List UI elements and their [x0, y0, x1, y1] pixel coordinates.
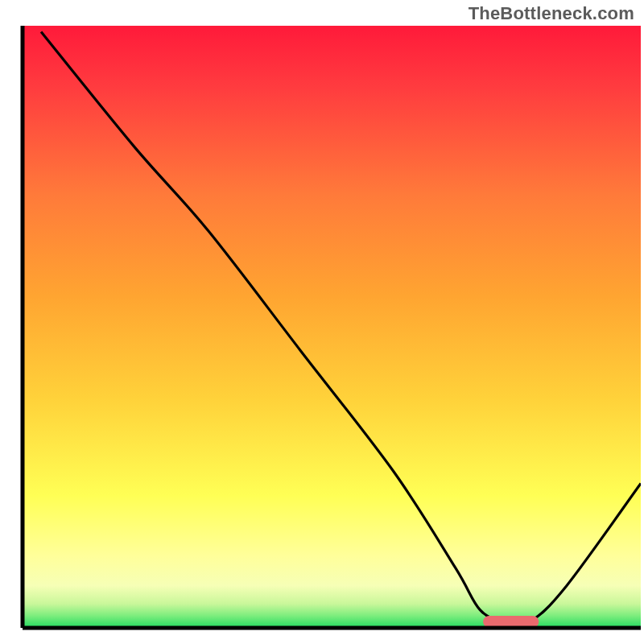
- chart-container: TheBottleneck.com: [0, 0, 644, 644]
- gradient-background: [23, 26, 641, 628]
- bottleneck-chart-svg: [0, 0, 644, 644]
